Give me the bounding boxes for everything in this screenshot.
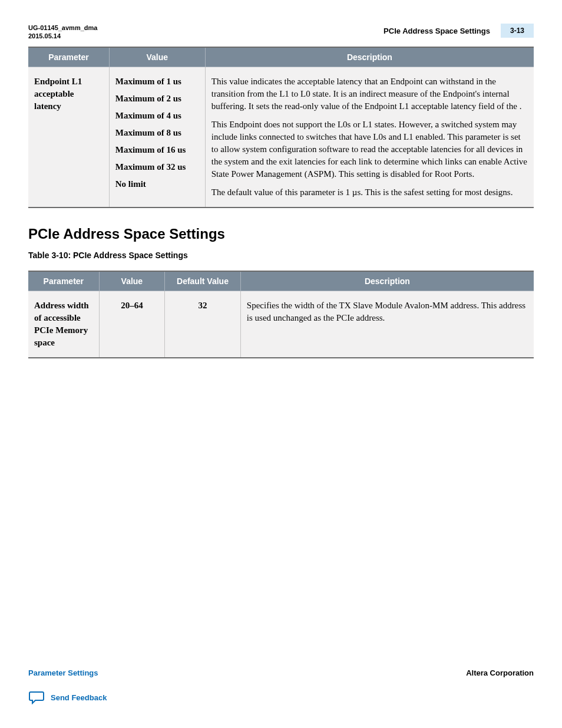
- col-header-parameter: Parameter: [28, 47, 109, 67]
- col-header-value: Value: [109, 47, 205, 67]
- cell-value: Maximum of 1 us Maximum of 2 us Maximum …: [109, 67, 205, 207]
- cell-value: 20–64: [99, 291, 165, 358]
- col-header-parameter: Parameter: [28, 271, 99, 291]
- table-header-row: Parameter Value Description: [28, 47, 534, 67]
- cell-parameter: Endpoint L1 acceptable latency: [28, 67, 109, 207]
- desc-para: This value indicates the acceptable late…: [211, 75, 528, 113]
- value-option: No limit: [115, 178, 199, 190]
- table-row: Address width of accessible PCIe Memory …: [28, 291, 534, 358]
- footer-top-row: Parameter Settings Altera Corporation: [28, 668, 534, 677]
- value-option: Maximum of 16 us: [115, 144, 199, 156]
- value-option: Maximum of 8 us: [115, 127, 199, 139]
- desc-para: The default value of this parameter is 1…: [211, 186, 528, 199]
- address-space-table: Parameter Value Default Value Descriptio…: [28, 271, 534, 358]
- speech-bubble-icon: [28, 690, 45, 704]
- value-option: Maximum of 1 us: [115, 75, 199, 88]
- col-header-default: Default Value: [165, 271, 241, 291]
- footer-section-link[interactable]: Parameter Settings: [28, 668, 98, 677]
- page-footer: Parameter Settings Altera Corporation Se…: [28, 668, 534, 704]
- col-header-description: Description: [205, 47, 534, 67]
- value-option: Maximum of 32 us: [115, 161, 199, 173]
- section-heading: PCIe Address Space Settings: [28, 226, 534, 242]
- footer-corp: Altera Corporation: [466, 668, 534, 677]
- send-feedback-link[interactable]: Send Feedback: [28, 690, 534, 704]
- value-list: Maximum of 1 us Maximum of 2 us Maximum …: [115, 75, 199, 190]
- col-header-value: Value: [99, 271, 165, 291]
- cell-description: Specifies the width of the TX Slave Modu…: [240, 291, 534, 358]
- desc-para: This Endpoint does not support the L0s o…: [211, 118, 528, 180]
- value-option: Maximum of 2 us: [115, 93, 199, 105]
- table-caption: Table 3-10: PCIe Address Space Settings: [28, 251, 534, 260]
- value-option: Maximum of 4 us: [115, 110, 199, 122]
- doc-id: UG-01145_avmm_dma: [28, 24, 97, 32]
- table-row: Endpoint L1 acceptable latency Maximum o…: [28, 67, 534, 207]
- header-right: PCIe Address Space Settings 3-13: [384, 24, 534, 38]
- latency-table: Parameter Value Description Endpoint L1 …: [28, 47, 534, 208]
- col-header-description: Description: [240, 271, 534, 291]
- feedback-label: Send Feedback: [51, 693, 107, 702]
- header-doc-info: UG-01145_avmm_dma 2015.05.14: [28, 24, 97, 41]
- page-number: 3-13: [501, 24, 534, 38]
- cell-description: This value indicates the acceptable late…: [205, 67, 534, 207]
- page-header: UG-01145_avmm_dma 2015.05.14 PCIe Addres…: [28, 24, 534, 41]
- table-header-row: Parameter Value Default Value Descriptio…: [28, 271, 534, 291]
- cell-default: 32: [165, 291, 241, 358]
- cell-parameter: Address width of accessible PCIe Memory …: [28, 291, 99, 358]
- header-section-title: PCIe Address Space Settings: [384, 27, 490, 35]
- doc-date: 2015.05.14: [28, 32, 97, 40]
